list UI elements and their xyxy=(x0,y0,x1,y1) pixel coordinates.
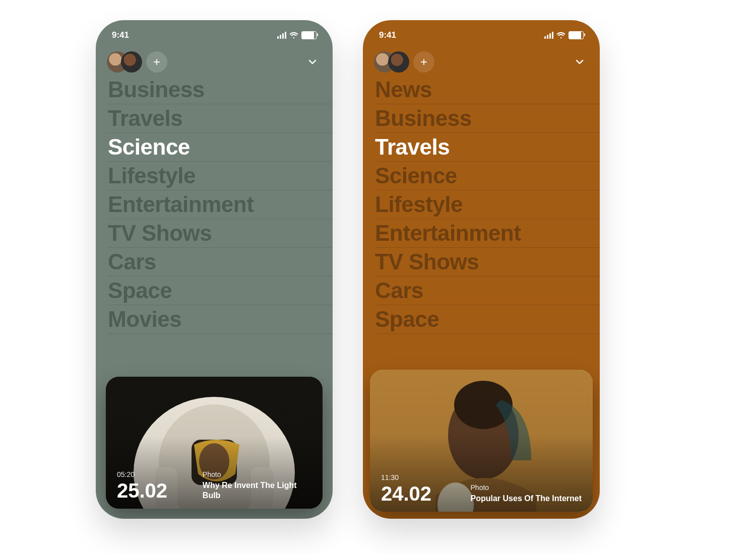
card-date: 24.02 xyxy=(381,483,431,504)
cellular-icon xyxy=(277,32,286,39)
card-title: Why Re Invent The Light Bulb xyxy=(203,480,311,501)
add-button[interactable]: + xyxy=(413,51,434,73)
avatar[interactable] xyxy=(388,51,409,73)
category-item[interactable]: Cars xyxy=(375,276,600,305)
card-title: Popular Uses Of The Internet xyxy=(471,494,582,504)
chevron-down-icon[interactable] xyxy=(574,56,586,68)
category-item[interactable]: Space xyxy=(375,305,600,334)
category-item[interactable]: News xyxy=(375,76,600,104)
battery-icon xyxy=(569,31,584,39)
card-kicker: Photo xyxy=(471,483,582,492)
card-kicker: Photo xyxy=(203,470,311,478)
featured-card[interactable]: 11:30 24.02 Photo Popular Uses Of The In… xyxy=(370,370,593,512)
category-item[interactable]: Travels xyxy=(375,133,600,162)
header-row: + xyxy=(363,46,600,75)
card-text: 11:30 24.02 Photo Popular Uses Of The In… xyxy=(381,473,582,504)
category-item[interactable]: TV Shows xyxy=(375,248,600,276)
category-item[interactable]: Entertainment xyxy=(108,190,333,219)
status-indicators xyxy=(277,31,317,39)
category-item[interactable]: TV Shows xyxy=(108,219,333,248)
header-row: + xyxy=(96,46,333,75)
cellular-icon xyxy=(544,32,553,39)
phone-left: 9:41 + Business Travels Science Lifestyl… xyxy=(96,20,333,519)
card-date: 25.02 xyxy=(117,480,167,501)
battery-icon xyxy=(301,31,317,39)
card-time: 11:30 xyxy=(381,473,431,481)
category-item[interactable]: Lifestyle xyxy=(375,190,600,219)
category-item[interactable]: Business xyxy=(375,104,600,133)
category-item[interactable]: Cars xyxy=(108,248,333,276)
status-bar: 9:41 xyxy=(363,20,600,46)
chevron-down-icon[interactable] xyxy=(306,56,319,68)
avatar[interactable] xyxy=(121,51,142,73)
card-text: 05:20 25.02 Photo Why Re Invent The Ligh… xyxy=(117,470,311,501)
wifi-icon xyxy=(289,32,298,39)
category-item[interactable]: Movies xyxy=(108,305,333,334)
status-bar: 9:41 xyxy=(96,20,333,46)
category-item[interactable]: Science xyxy=(375,162,600,190)
status-indicators xyxy=(544,31,584,39)
status-time: 9:41 xyxy=(379,30,396,40)
plus-icon: + xyxy=(153,55,160,69)
plus-icon: + xyxy=(420,55,427,69)
phone-right: 9:41 + News Business Travels Science Lif… xyxy=(363,20,600,519)
wifi-icon xyxy=(556,32,565,39)
category-item[interactable]: Entertainment xyxy=(375,219,600,248)
category-item[interactable]: Space xyxy=(108,276,333,305)
add-button[interactable]: + xyxy=(146,51,167,73)
status-time: 9:41 xyxy=(112,30,129,40)
avatar-cluster: + xyxy=(374,51,434,73)
category-list: Business Travels Science Lifestyle Enter… xyxy=(96,75,333,334)
category-item[interactable]: Lifestyle xyxy=(108,162,333,190)
category-list: News Business Travels Science Lifestyle … xyxy=(363,75,600,334)
avatar-cluster: + xyxy=(107,51,167,73)
category-item[interactable]: Business xyxy=(108,76,333,104)
card-time: 05:20 xyxy=(117,470,167,478)
featured-card[interactable]: 05:20 25.02 Photo Why Re Invent The Ligh… xyxy=(106,377,323,509)
category-item[interactable]: Science xyxy=(108,133,333,162)
category-item[interactable]: Travels xyxy=(108,104,333,133)
